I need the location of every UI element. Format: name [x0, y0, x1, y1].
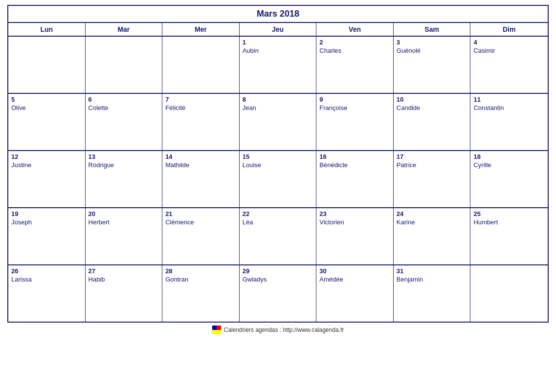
- day-number: 23: [319, 210, 390, 218]
- day-cell-30: 30Amédée: [316, 265, 394, 322]
- day-cell-1: 1Aubin: [240, 37, 317, 93]
- header-day-jeu: Jeu: [240, 23, 317, 36]
- week-row-3: 12Justine13Rodrigue14Mathilde15Louise16B…: [8, 151, 548, 208]
- day-cell-7: 7Félicité: [162, 94, 240, 150]
- day-cell-14: 14Mathilde: [162, 151, 240, 207]
- day-cell-28: 28Gontran: [162, 265, 240, 322]
- day-saint-name: Justine: [11, 161, 82, 169]
- day-saint-name: Karine: [397, 218, 467, 226]
- header-day-dim: Dim: [470, 23, 548, 36]
- day-number: 9: [319, 96, 390, 103]
- day-number: 13: [89, 153, 159, 160]
- day-saint-name: Humbert: [473, 218, 545, 226]
- day-cell-17: 17Patrice: [394, 151, 471, 207]
- day-cell-23: 23Victorien: [316, 208, 394, 264]
- day-cell-21: 21Clémence: [162, 208, 240, 264]
- day-saint-name: Aubin: [243, 47, 313, 54]
- calendar-body: 1Aubin2Charles3Guénolé4Casimir5Olive6Col…: [8, 37, 548, 322]
- calendar: Mars 2018 LunMarMerJeuVenSamDim 1Aubin2C…: [7, 5, 549, 323]
- day-cell-6: 6Colette: [86, 94, 163, 150]
- day-number: 28: [165, 267, 236, 275]
- day-number: 11: [473, 96, 545, 103]
- day-saint-name: Herbert: [89, 218, 159, 226]
- day-number: 31: [397, 267, 467, 275]
- day-cell-27: 27Habib: [86, 265, 163, 322]
- day-saint-name: Louise: [243, 161, 313, 169]
- day-saint-name: Bénédicte: [319, 161, 390, 169]
- day-number: 14: [165, 153, 236, 160]
- day-cell-24: 24Karine: [394, 208, 471, 264]
- day-number: 5: [11, 96, 82, 103]
- day-saint-name: Françoise: [319, 104, 390, 111]
- day-cell-4: 4Casimir: [470, 37, 548, 93]
- day-saint-name: Gontran: [165, 276, 236, 283]
- week-row-2: 5Olive6Colette7Félicité8Jean9Françoise10…: [8, 94, 548, 151]
- day-number: 27: [89, 267, 159, 275]
- day-saint-name: Candide: [397, 104, 467, 111]
- week-row-1: 1Aubin2Charles3Guénolé4Casimir: [8, 37, 548, 94]
- day-cell-10: 10Candide: [394, 94, 471, 150]
- day-cell-3: 3Guénolé: [394, 37, 471, 93]
- day-cell-empty-6: [470, 265, 548, 322]
- header-day-lun: Lun: [8, 23, 86, 36]
- day-cell-12: 12Justine: [8, 151, 86, 207]
- day-saint-name: Guénolé: [397, 47, 467, 54]
- day-saint-name: Jean: [243, 104, 313, 111]
- day-saint-name: Olive: [11, 104, 82, 111]
- day-number: 24: [397, 210, 467, 218]
- day-saint-name: Charles: [319, 47, 390, 54]
- day-saint-name: Rodrigue: [89, 161, 159, 169]
- day-cell-13: 13Rodrigue: [86, 151, 163, 207]
- header-day-mar: Mar: [86, 23, 163, 36]
- day-cell-empty-0: [8, 37, 86, 93]
- day-cell-29: 29Gwladys: [240, 265, 317, 322]
- day-cell-26: 26Larissa: [8, 265, 86, 322]
- day-cell-25: 25Humbert: [470, 208, 548, 264]
- day-cell-empty-1: [86, 37, 163, 93]
- svg-rect-1: [212, 330, 221, 334]
- day-saint-name: Constantin: [473, 104, 545, 111]
- day-cell-empty-2: [162, 37, 240, 93]
- day-saint-name: Colette: [89, 104, 159, 111]
- day-number: 19: [11, 210, 82, 218]
- day-number: 7: [165, 96, 236, 103]
- day-number: 10: [397, 96, 467, 103]
- day-cell-9: 9Françoise: [316, 94, 394, 150]
- day-number: 18: [473, 153, 545, 160]
- day-saint-name: Larissa: [11, 276, 82, 283]
- day-cell-11: 11Constantin: [470, 94, 548, 150]
- day-number: 26: [11, 267, 82, 275]
- day-cell-15: 15Louise: [240, 151, 317, 207]
- day-saint-name: Gwladys: [243, 276, 313, 283]
- footer-icon: [212, 326, 221, 334]
- week-row-4: 19Joseph20Herbert21Clémence22Léa23Victor…: [8, 208, 548, 265]
- day-number: 17: [397, 153, 467, 160]
- header-day-sam: Sam: [394, 23, 471, 36]
- day-number: 1: [243, 39, 313, 46]
- day-saint-name: Félicité: [165, 104, 236, 111]
- day-number: 29: [243, 267, 313, 275]
- day-number: 6: [89, 96, 159, 103]
- day-saint-name: Clémence: [165, 218, 236, 226]
- day-saint-name: Joseph: [11, 218, 82, 226]
- week-row-5: 26Larissa27Habib28Gontran29Gwladys30Améd…: [8, 265, 548, 322]
- day-cell-5: 5Olive: [8, 94, 86, 150]
- footer: Calendriers agendas : http://www.calagen…: [212, 326, 344, 334]
- header-day-ven: Ven: [316, 23, 394, 36]
- day-number: 30: [319, 267, 390, 275]
- day-saint-name: Cyrille: [473, 161, 545, 169]
- day-cell-22: 22Léa: [240, 208, 317, 264]
- day-number: 21: [165, 210, 236, 218]
- day-saint-name: Victorien: [319, 218, 390, 226]
- day-cell-31: 31Benjamin: [394, 265, 471, 322]
- calendar-title: Mars 2018: [8, 6, 548, 23]
- footer-text: Calendriers agendas : http://www.calagen…: [224, 327, 344, 333]
- calendar-header: LunMarMerJeuVenSamDim: [8, 23, 548, 37]
- day-number: 12: [11, 153, 82, 160]
- day-number: 15: [243, 153, 313, 160]
- day-number: 8: [243, 96, 313, 103]
- day-saint-name: Amédée: [319, 276, 390, 283]
- day-cell-19: 19Joseph: [8, 208, 86, 264]
- day-number: 2: [319, 39, 390, 46]
- day-saint-name: Mathilde: [165, 161, 236, 169]
